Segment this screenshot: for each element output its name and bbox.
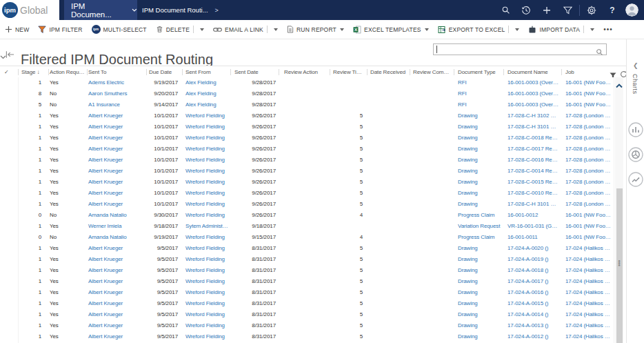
cell-sent_from[interactable]: Sytem Administrator [182, 221, 229, 232]
cell-document_type[interactable]: Drawing [454, 133, 502, 144]
cell-document_name[interactable]: 17-024-A-0018 () [503, 265, 560, 276]
dropdown-caret-icon[interactable] [425, 28, 429, 31]
cell-sent_from[interactable]: Wreford Fielding [182, 309, 229, 320]
cell-document_type[interactable]: Drawing [454, 121, 502, 133]
cell-sent_to[interactable]: Albert Krueger [87, 110, 145, 121]
cell-document_name[interactable]: 17-024-A-0019 () [503, 254, 560, 265]
grid-search-input[interactable] [438, 45, 590, 54]
cell-sent_from[interactable]: Alex Fielding [182, 99, 229, 110]
cell-sent_from[interactable]: Wreford Fielding [182, 276, 229, 287]
cell-document_type[interactable]: Drawing [454, 276, 502, 287]
help-icon[interactable]: ? [602, 0, 623, 20]
cell-document_type[interactable]: RFI [454, 88, 502, 99]
cell-sent_from[interactable]: Wreford Fielding [182, 265, 229, 276]
cell-document_name[interactable]: 17-028-C-0010 Revision 1 () [503, 188, 560, 199]
table-row[interactable]: 1YesAdems Electric9/19/2017Alex Fielding… [0, 77, 629, 88]
cell-sent_to[interactable]: Albert Krueger [87, 309, 145, 320]
cell-job[interactable]: 17-028 (London Bridge Re... [561, 199, 614, 210]
col-header-sent_to[interactable]: Sent To [87, 66, 145, 78]
cell-document_type[interactable]: Progress Claim [454, 210, 502, 221]
cell-sent_to[interactable]: Albert Krueger [87, 320, 145, 331]
cell-job[interactable]: 17-028 (London Bridge Re... [561, 133, 614, 144]
dropdown-caret-icon[interactable] [200, 28, 204, 31]
cell-sent_from[interactable]: Wreford Fielding [182, 133, 229, 144]
dropdown-caret-icon[interactable] [340, 28, 344, 31]
cell-sent_from[interactable]: Alex Fielding [182, 77, 229, 88]
toolbar-more-commands-button[interactable]: ••• [603, 26, 613, 33]
table-row[interactable]: 0NoAmanda Natalio9/30/2017Wreford Fieldi… [0, 210, 629, 221]
table-row[interactable]: 1YesWerner Imiela9/18/2017Sytem Administ… [0, 221, 629, 232]
cell-document_name[interactable]: 16-001-0011 [503, 232, 560, 243]
cell-job[interactable]: 17-024 (Halikos Constructi... [561, 276, 614, 287]
cell-document_name[interactable]: 17-024-A-0016 () [503, 287, 560, 298]
table-row[interactable]: 1YesAlbert Krueger10/1/2017Wreford Field… [0, 121, 629, 133]
vertical-scrollbar[interactable]: ●●● [615, 77, 623, 343]
search-icon[interactable] [495, 0, 516, 20]
cell-document_name[interactable]: 17-024-A-0020 () [503, 243, 560, 254]
cell-sent_from[interactable]: Wreford Fielding [182, 199, 229, 210]
cell-document_type[interactable]: Drawing [454, 331, 502, 342]
cell-sent_from[interactable]: Wreford Fielding [182, 210, 229, 221]
cell-sent_from[interactable]: Wreford Fielding [182, 188, 229, 199]
history-icon[interactable] [516, 0, 536, 20]
filter-icon[interactable] [557, 0, 578, 20]
cell-sent_to[interactable]: Albert Krueger [87, 155, 145, 166]
cell-document_type[interactable]: Drawing [454, 265, 502, 276]
dropdown-caret-icon[interactable] [515, 28, 519, 31]
cell-sent_from[interactable]: Wreford Fielding [182, 232, 229, 243]
table-row[interactable]: 1YesAlbert Krueger9/5/2017Wreford Fieldi… [0, 287, 629, 298]
col-header-document_name[interactable]: Document Name [503, 66, 560, 78]
cell-document_name[interactable]: 17-028-C-0017 Revision 1 () [503, 144, 560, 155]
cell-document_type[interactable]: Drawing [454, 188, 502, 199]
cell-sent_from[interactable]: Wreford Fielding [182, 177, 229, 188]
cell-job[interactable]: 17-028 (London Bridge Re... [561, 177, 614, 188]
table-row[interactable]: 1YesAlbert Krueger10/1/2017Wreford Field… [0, 155, 629, 166]
col-header-stage[interactable]: Stage ↓ [18, 66, 47, 78]
cell-sent_from[interactable]: Wreford Fielding [182, 298, 229, 309]
toolbar-new-button[interactable]: NEW [5, 26, 29, 33]
toolbar-ipm-filter-button[interactable]: IPM FILTER [38, 26, 82, 34]
table-row[interactable]: 1YesAlbert Krueger10/1/2017Wreford Field… [0, 188, 629, 199]
cell-document_type[interactable]: Drawing [454, 320, 502, 331]
table-row[interactable]: 1YesAlbert Krueger10/1/2017Wreford Field… [0, 199, 629, 210]
toolbar-import-data-button[interactable]: IMPORT DATA [528, 26, 594, 34]
cell-job[interactable]: 17-024 (Halikos Constructi... [561, 320, 614, 331]
cell-job[interactable]: 17-028 (London Bridge Re... [561, 155, 614, 166]
cell-sent_to[interactable]: Albert Krueger [87, 121, 145, 133]
cell-document_type[interactable]: Drawing [454, 155, 502, 166]
cell-document_name[interactable]: 17-028-C-H 3101 Revision... [503, 199, 560, 210]
table-row[interactable]: 1YesAlbert Krueger9/5/2017Wreford Fieldi… [0, 243, 629, 254]
cell-document_type[interactable]: Drawing [454, 298, 502, 309]
cell-sent_to[interactable]: Albert Krueger [87, 144, 145, 155]
nav-tab-module[interactable]: IPM Documen... [64, 0, 137, 20]
cell-job[interactable]: 17-028 (London Bridge Re... [561, 144, 614, 155]
col-header-action_required[interactable]: Action Required... [48, 66, 85, 78]
cell-sent_to[interactable]: Amanda Natalio [87, 232, 145, 243]
cell-sent_from[interactable]: Wreford Fielding [182, 320, 229, 331]
cell-sent_to[interactable]: Albert Krueger [87, 287, 145, 298]
col-header-review_time[interactable]: Review Time (da... [330, 66, 365, 78]
col-header-job[interactable]: Job [561, 66, 614, 78]
bar-chart-icon[interactable] [628, 122, 643, 140]
col-header-review_action[interactable]: Review Action [279, 66, 328, 78]
avatar[interactable] [625, 3, 638, 17]
scrollbar-thumb[interactable]: ●●● [616, 188, 623, 343]
pop-out-arrow-icon[interactable] [6, 48, 14, 61]
cell-sent_to[interactable]: Albert Krueger [87, 254, 145, 265]
cell-document_name[interactable]: 17-024-A-0017 () [503, 276, 560, 287]
cell-sent_to[interactable]: Albert Krueger [87, 265, 145, 276]
cell-job[interactable]: 16-001 (NW Food Wareho... [561, 221, 614, 232]
cell-job[interactable]: 17-024 (Halikos Constructi... [561, 298, 614, 309]
scroll-up-icon[interactable] [616, 79, 623, 91]
nav-tab-entity[interactable]: IPM Document Routi... > [142, 0, 219, 20]
cell-document_type[interactable]: Drawing [454, 309, 502, 320]
cell-sent_from[interactable]: Wreford Fielding [182, 331, 229, 342]
brand-logo[interactable]: ipm Global [0, 0, 59, 20]
table-row[interactable]: 5NoA1 Insurance9/14/2017Alex Fielding9/2… [0, 99, 629, 110]
cell-sent_to[interactable]: Aaron Smuthers [87, 88, 145, 99]
col-header-document_type[interactable]: Document Type [454, 66, 502, 78]
toolbar-excel-templates-button[interactable]: XEXCEL TEMPLATES [353, 26, 429, 34]
col-header-due_date[interactable]: Due Date [146, 66, 181, 78]
cell-document_name[interactable]: 17-028-C-H 3101 Revision... [503, 121, 560, 133]
cell-sent_from[interactable]: Wreford Fielding [182, 166, 229, 177]
